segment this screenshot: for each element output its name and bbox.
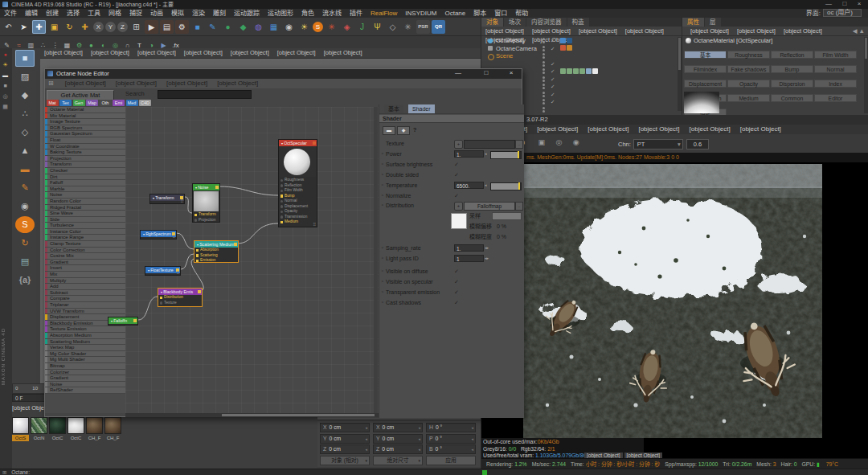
render-image[interactable] bbox=[523, 164, 822, 438]
texture-tag-icon[interactable] bbox=[567, 68, 572, 74]
menu-item[interactable]: 角色 bbox=[297, 9, 318, 18]
texture-tag-icon[interactable] bbox=[579, 68, 585, 74]
channel-button[interactable]: Normal bbox=[814, 65, 857, 73]
points-mode-icon[interactable]: ∴ bbox=[15, 105, 35, 122]
channel-button[interactable]: Common bbox=[771, 94, 813, 102]
menu-item[interactable]: INSYDIUM bbox=[401, 9, 440, 18]
psr-icon[interactable]: PSR bbox=[416, 20, 430, 34]
render-view-icon[interactable]: ▶ bbox=[145, 20, 158, 34]
node-type-item[interactable]: Color Correction bbox=[45, 248, 125, 254]
node-octspecular[interactable]: OctSpecular RoughnessReflectionFilm Widt… bbox=[278, 139, 317, 227]
channel-button[interactable]: Displacement bbox=[684, 80, 727, 88]
menu-item[interactable]: 创建 bbox=[42, 9, 63, 18]
menu-item[interactable]: 动画 bbox=[146, 9, 167, 18]
minimize-button[interactable]: — bbox=[821, 0, 836, 8]
node-graph-canvas[interactable]: Transform⠿ Noise TransformProjection Rgb… bbox=[125, 107, 379, 413]
object-manager-menu-item[interactable]: [object Object] bbox=[481, 27, 528, 35]
channel-button[interactable]: Reflection bbox=[771, 51, 813, 59]
filter-chip[interactable]: Oth bbox=[100, 100, 112, 106]
channel-button[interactable]: Bump bbox=[771, 65, 813, 73]
filter-chip[interactable]: Emi bbox=[113, 100, 125, 106]
material-thumbnail[interactable] bbox=[104, 417, 121, 434]
doc-icon[interactable]: ▬ bbox=[1, 71, 10, 80]
object-row[interactable]: ✓ bbox=[481, 60, 674, 68]
channel-button[interactable]: Film Width bbox=[814, 51, 857, 59]
node-editor-menu-item[interactable]: [object Object] bbox=[111, 80, 162, 87]
node-type-item[interactable]: Noise bbox=[45, 382, 125, 388]
rotate-tool-icon[interactable]: ↻ bbox=[63, 20, 76, 34]
node-port[interactable]: Emission bbox=[194, 258, 238, 264]
canvas-hscrollbar[interactable] bbox=[125, 413, 379, 417]
material-thumbnail[interactable] bbox=[49, 417, 66, 434]
material-item[interactable]: OctC bbox=[68, 417, 84, 441]
viewport-menu-item[interactable]: [object Object] bbox=[227, 49, 273, 56]
node-type-item[interactable]: Noise bbox=[45, 192, 125, 199]
node-type-item[interactable]: Side bbox=[45, 217, 125, 223]
node-type-item[interactable]: Vertex Map bbox=[45, 345, 125, 351]
object-manager-tab[interactable]: 构造 bbox=[567, 18, 589, 27]
node-type-item[interactable]: Gradient bbox=[45, 375, 125, 382]
position-field[interactable]: Y0 cm◂ bbox=[320, 434, 370, 444]
texture-tag-icon[interactable] bbox=[560, 68, 566, 74]
node-type-item[interactable]: Marble bbox=[45, 186, 125, 193]
viewport-menu-item[interactable]: [object Object] bbox=[133, 49, 180, 56]
size-field[interactable]: Z0 cm◂ bbox=[373, 444, 423, 454]
node-type-item[interactable]: RefShader bbox=[45, 387, 125, 394]
filter-chip[interactable]: Map bbox=[86, 100, 98, 106]
live-viewer-menu-item[interactable]: [object Object] bbox=[735, 125, 786, 133]
ne-minimize-button[interactable]: — bbox=[451, 69, 465, 77]
node-port[interactable]: Projection bbox=[193, 218, 219, 223]
material-item[interactable]: CH_F bbox=[86, 417, 103, 441]
coord-system-icon[interactable]: ⊞ bbox=[129, 20, 143, 34]
node-type-item[interactable]: Random Color bbox=[45, 199, 125, 205]
props-tab[interactable]: 基本 bbox=[384, 104, 403, 113]
size-field[interactable]: Y0 cm◂ bbox=[373, 434, 423, 444]
sky-tag-icon[interactable] bbox=[560, 38, 566, 43]
texture-tag-icon[interactable] bbox=[586, 68, 592, 74]
ne-maximize-button[interactable]: □ bbox=[479, 69, 493, 77]
transparent-emission-checkbox[interactable]: ✓ bbox=[454, 288, 459, 297]
object-row[interactable]: OctaneCamera ✓ bbox=[481, 45, 674, 52]
viewport-menu-item[interactable]: [object Object] bbox=[273, 49, 320, 56]
distribution-add-button[interactable]: + bbox=[454, 202, 463, 211]
octane-cam-tag-icon[interactable] bbox=[560, 45, 566, 51]
material-thumbnail[interactable] bbox=[86, 417, 103, 434]
attribute-menu-item[interactable]: [object Object] bbox=[780, 27, 826, 35]
fields-icon[interactable]: ✳ bbox=[401, 20, 415, 34]
menu-item[interactable]: 雕刻 bbox=[209, 9, 230, 18]
interface-selector[interactable]: 界面:oc (用户) bbox=[806, 9, 862, 18]
node-type-item[interactable]: Sine Wave bbox=[45, 211, 125, 217]
maximize-button[interactable]: □ bbox=[837, 0, 852, 8]
live-viewer-menu-item[interactable]: [object Object] bbox=[685, 125, 735, 133]
channel-button[interactable]: Opacity bbox=[727, 80, 770, 88]
distribution-shader-button[interactable]: Falloffmap bbox=[464, 202, 515, 211]
render-settings-icon[interactable]: ⚙ bbox=[175, 20, 189, 34]
region-icon[interactable]: ▣ bbox=[535, 137, 547, 149]
coord-mode-dropdown[interactable]: 对象 (相对)▾ bbox=[320, 456, 370, 465]
menu-item[interactable]: RealFlow bbox=[366, 9, 401, 18]
live-viewer-menu-item[interactable]: [object Object] bbox=[583, 125, 633, 133]
menu-item[interactable]: 渲染 bbox=[188, 9, 209, 18]
node-type-item[interactable]: Projection bbox=[45, 156, 125, 162]
object-manager-menu-item[interactable]: [object Object] bbox=[575, 27, 621, 35]
rotation-field[interactable]: H0 °◂ bbox=[426, 423, 476, 432]
node-type-item[interactable]: Mix bbox=[45, 272, 125, 278]
material-thumbnail[interactable] bbox=[31, 417, 47, 434]
live-viewer-menu-item[interactable]: [object Object] bbox=[633, 125, 684, 133]
mograph-icon[interactable]: ◈ bbox=[340, 20, 354, 34]
distribution-browse-button[interactable]: .. bbox=[515, 202, 523, 211]
visibility-dots[interactable] bbox=[542, 38, 546, 43]
joint-icon[interactable]: Ψ bbox=[371, 20, 384, 34]
pick-material-icon[interactable]: ◎ bbox=[553, 137, 565, 149]
current-frame-field[interactable]: 0 F bbox=[12, 394, 46, 402]
menu-item[interactable]: 文件 bbox=[0, 9, 21, 18]
node-type-item[interactable]: Mg Multi Shader bbox=[45, 357, 125, 363]
menu-item[interactable]: 脚本 bbox=[469, 9, 490, 18]
node-type-item[interactable]: Baking Texture bbox=[45, 149, 125, 156]
node-blackbody-emission[interactable]: Blackbody Emis DistributionTexture bbox=[158, 288, 203, 307]
panel-icon[interactable]: ⊞ bbox=[45, 80, 55, 87]
node-type-item[interactable]: Subtract bbox=[45, 290, 125, 297]
modifier-icon[interactable]: ◆ bbox=[236, 20, 250, 34]
axis-x-icon[interactable]: X bbox=[93, 22, 104, 32]
close-button[interactable]: × bbox=[852, 0, 866, 8]
